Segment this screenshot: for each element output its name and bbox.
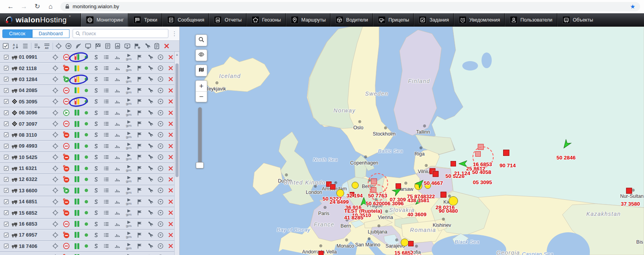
unit-row[interactable]: 16 6853gprs	[0, 219, 179, 230]
locate-crosshair-icon[interactable]	[50, 243, 60, 249]
list-view-icon[interactable]	[20, 42, 30, 51]
red-square-marker[interactable]	[451, 161, 456, 166]
unit-name[interactable]: 14 6851	[19, 199, 50, 204]
chart-icon[interactable]	[112, 165, 123, 172]
chart-icon[interactable]	[112, 143, 123, 149]
event-flag-icon[interactable]	[135, 54, 145, 60]
unit-settings-wrench-icon[interactable]	[145, 232, 155, 238]
locate-crosshair-icon[interactable]	[50, 110, 60, 116]
search-box[interactable]	[73, 29, 168, 38]
nav-tab-users[interactable]: Пользователи	[505, 13, 557, 27]
unit-settings-wrench-icon[interactable]	[145, 243, 155, 249]
red-square-marker[interactable]	[330, 184, 336, 190]
green-arrow-marker[interactable]	[561, 139, 572, 152]
unit-name[interactable]: 02 1118	[19, 65, 50, 71]
driver-icon[interactable]	[91, 76, 101, 82]
locate-crosshair-icon[interactable]	[50, 165, 60, 172]
gprs-icon[interactable]: gprs	[123, 187, 135, 194]
chart-icon[interactable]	[112, 87, 123, 94]
locate-crosshair-icon[interactable]	[50, 98, 60, 105]
expand-icon[interactable]	[155, 187, 166, 194]
chart-icon[interactable]	[112, 232, 123, 238]
driver-icon[interactable]	[91, 143, 101, 149]
expand-icon[interactable]	[155, 143, 166, 149]
green-arrow-marker[interactable]	[392, 186, 403, 198]
gprs-icon[interactable]: gprs	[123, 54, 135, 61]
chart-icon[interactable]	[112, 221, 123, 227]
messages-icon[interactable]	[101, 176, 112, 183]
unit-row[interactable]: 12 6322gprs	[0, 174, 179, 185]
locate-crosshair-icon[interactable]	[50, 221, 60, 227]
gprs-icon[interactable]: gprs	[123, 176, 135, 183]
unit-row[interactable]: 14 6851gprs	[0, 196, 179, 207]
panel-menu-icon[interactable]: ⋮	[171, 30, 177, 37]
unit-row[interactable]: 15 6852gprs	[0, 207, 179, 218]
unit-checkbox-icon[interactable]	[2, 188, 10, 193]
unit-row[interactable]: 13 6600gprs	[0, 185, 179, 196]
unit-checkbox-icon[interactable]	[2, 154, 10, 160]
green-arrow-marker[interactable]	[358, 196, 369, 209]
unit-settings-wrench-icon[interactable]	[145, 65, 155, 71]
unit-row[interactable]: 18 7406gprs	[0, 241, 179, 252]
gprs-icon[interactable]: gprs	[123, 132, 135, 139]
pink-square-marker[interactable]	[478, 144, 484, 150]
show-all-icon[interactable]: All	[42, 42, 52, 51]
messages-icon[interactable]	[101, 165, 112, 172]
expand-icon[interactable]	[155, 54, 166, 60]
unit-checkbox-icon[interactable]	[2, 243, 10, 249]
chart-icon[interactable]	[112, 76, 123, 82]
expand-icon[interactable]	[155, 165, 166, 172]
nav-tab-reports[interactable]: Отчеты	[209, 13, 246, 27]
event-flag-icon[interactable]	[135, 132, 145, 138]
nav-tab-notifications[interactable]: Уведомления	[454, 13, 505, 27]
map-search-button[interactable]	[195, 34, 207, 46]
unit-settings-wrench-icon[interactable]	[145, 199, 155, 205]
gprs-icon[interactable]: gprs	[123, 120, 135, 127]
expand-icon[interactable]	[155, 121, 166, 127]
driver-icon[interactable]	[91, 210, 101, 216]
search-input[interactable]	[82, 31, 166, 36]
driver-icon[interactable]	[91, 221, 101, 227]
driver-icon[interactable]	[91, 110, 101, 116]
unit-name[interactable]: 11 6321	[19, 165, 50, 171]
unit-name[interactable]: 01 0991	[19, 54, 50, 60]
gprs-icon[interactable]: gprs	[123, 65, 135, 72]
messages-icon[interactable]	[101, 98, 112, 105]
unit-settings-wrench-icon[interactable]	[145, 221, 155, 227]
gprs-icon[interactable]: gprs	[123, 87, 135, 94]
quick-report-icon[interactable]	[113, 42, 122, 51]
unit-name[interactable]: 08 3110	[19, 132, 50, 138]
wialon-logo[interactable]: wialonHosting ”	[0, 13, 81, 27]
unit-name[interactable]: 07 3097	[19, 121, 50, 127]
event-flag-icon[interactable]	[135, 221, 145, 227]
unit-row[interactable]: 07 3097gprs	[0, 118, 179, 129]
unit-row[interactable]: 08 3110gprs	[0, 130, 179, 141]
gprs-icon[interactable]: gprs	[123, 143, 135, 150]
event-flag-icon[interactable]	[135, 165, 145, 172]
event-flag-icon[interactable]	[135, 154, 145, 160]
nav-tab-routes[interactable]: Маршруты	[286, 13, 330, 27]
locate-all-icon[interactable]	[54, 42, 64, 51]
nav-tab-tracks[interactable]: Треки	[128, 13, 162, 27]
browser-back-icon[interactable]: ←	[5, 2, 16, 12]
driver-icon[interactable]	[91, 154, 101, 160]
quick-messages-icon[interactable]	[103, 42, 113, 51]
unit-settings-wrench-icon[interactable]	[145, 76, 155, 82]
gprs-icon[interactable]: gprs	[123, 109, 135, 116]
pink-square-marker[interactable]	[475, 151, 481, 157]
event-flag-icon[interactable]	[135, 143, 145, 149]
unit-row[interactable]: 01 0991gprs	[0, 52, 179, 63]
unit-checkbox-icon[interactable]	[2, 76, 10, 82]
messages-icon[interactable]	[101, 76, 112, 82]
driver-icon[interactable]	[91, 98, 101, 105]
messages-icon[interactable]	[101, 132, 112, 138]
chart-icon[interactable]	[112, 132, 123, 138]
unit-checkbox-icon[interactable]	[2, 210, 10, 215]
gprs-icon[interactable]: gprs	[123, 243, 135, 250]
map-layers-button[interactable]	[195, 65, 207, 76]
green-arrow-marker[interactable]	[413, 196, 424, 208]
event-flag-icon[interactable]	[135, 76, 145, 82]
messages-icon[interactable]	[101, 187, 112, 194]
locate-crosshair-icon[interactable]	[50, 65, 60, 71]
driver-icon[interactable]	[91, 87, 101, 94]
